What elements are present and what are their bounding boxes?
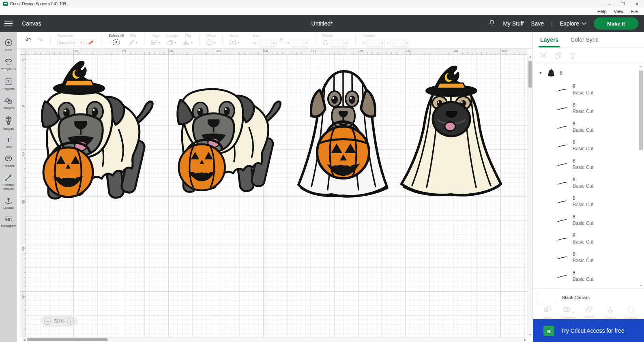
layer-row[interactable]: 8Basic Cut [533,173,644,192]
warp-group[interactable]: Warp ▾ [227,32,242,48]
layer-row[interactable]: 8Basic Cut [533,99,644,118]
layer-row[interactable]: 8Basic Cut [533,211,644,229]
duplicate-icon[interactable] [554,51,562,60]
sidebar-item-templates[interactable]: Templates [0,55,17,74]
align-group[interactable]: Align ▾ [148,32,163,48]
y-stepper[interactable]: ▴▾ [404,39,409,46]
y-input[interactable]: -▴▾ [391,39,409,47]
zoom-out-button[interactable]: − [44,318,51,325]
position-group: Position X -▴▾ Y -▴▾ [360,32,412,48]
cricut-access-icon: a [543,326,554,336]
artwork-ghost-pug-front-hat[interactable] [397,66,505,203]
height-input[interactable]: -▴▾ [290,39,309,47]
width-stepper[interactable]: ▴▾ [271,39,276,46]
layers-scroll-thumb[interactable] [639,71,643,150]
select-all-icon [112,39,120,46]
flip-group[interactable]: Flip ▾ [180,32,195,48]
sidebar-item-projects[interactable]: Projects [0,74,17,94]
layer-row[interactable]: 8Basic Cut [533,192,644,211]
make-it-button[interactable]: Make It [594,17,638,30]
canvas-horizontal-scrollbar[interactable]: ◀ ▶ [22,337,527,342]
y-label: Y [386,41,389,45]
rotate-stepper[interactable]: ▴▾ [343,39,348,46]
action-slice[interactable]: Slice [539,306,556,320]
my-stuff-link[interactable]: My Stuff [503,20,524,27]
material-color-swatch[interactable] [86,39,95,46]
action-contour[interactable]: Contour [622,306,640,320]
sidebar-item-editable-images[interactable]: EditableImages [0,171,17,194]
sidebar-item-new[interactable]: New [0,35,17,55]
maximize-button[interactable]: ❐ [616,0,630,7]
rotate-group: Rotate -▴▾ [320,32,351,48]
layers-scrollbar[interactable]: ▲ ▼ [639,65,643,287]
artwork-ghost-dog-side-hat[interactable] [39,60,154,201]
layer-row[interactable]: 8Basic Cut [533,267,644,285]
artwork-ghost-dog-side[interactable] [172,78,284,195]
chevron-down-icon[interactable]: ▼ [539,71,543,75]
layer-thumbnail-line [556,236,568,242]
menu-view[interactable]: View [611,9,627,14]
cricut-access-banner[interactable]: a Try Cricut Access for free [533,319,644,342]
pen-swatch-icon [88,40,93,45]
action-flatten[interactable]: Flatten [601,306,619,320]
group-select-icon[interactable] [539,51,547,60]
horizontal-scroll-thumb[interactable] [27,338,107,341]
edit-group[interactable]: Edit ▾ [126,32,140,48]
sidebar-item-upload[interactable]: Upload [0,194,17,213]
operation-select[interactable]: Basic Cut▾ [57,39,84,46]
arrange-icon [167,40,174,46]
hamburger-menu-icon[interactable] [0,15,17,32]
layer-texts: 8Basic Cut [573,177,593,189]
sidebar-item-text[interactable]: TText [0,134,17,152]
layer-actions-row: Slice▾CombineAttachFlattenContour [533,306,644,319]
x-input[interactable]: -▴▾ [366,39,385,47]
action-attach[interactable]: Attach [580,306,598,319]
blank-canvas-row[interactable]: Blank Canvas [533,289,644,306]
close-button[interactable]: ✕ [630,0,644,7]
tab-layers[interactable]: Layers [540,32,558,47]
undo-button[interactable]: ↶ [22,32,34,48]
layer-row[interactable]: 8Basic Cut [533,80,644,99]
sidebar-item-images[interactable]: Images [0,113,17,134]
layer-name: 8 [573,102,593,108]
layer-row[interactable]: 8Basic Cut [533,136,644,155]
size-lock-icon[interactable] [279,38,284,43]
layer-row[interactable]: 8Basic Cut [533,118,644,136]
layer-row[interactable]: 8Basic Cut [533,229,644,248]
height-stepper[interactable]: ▴▾ [304,39,309,46]
minimize-button[interactable]: – [603,0,616,7]
shapes-icon [4,97,13,105]
sidebar-item-phrases[interactable]: Phrases [0,152,17,171]
vertical-scroll-thumb[interactable] [528,61,532,88]
group-thumbnail-ghost [547,68,556,77]
arrange-group[interactable]: Arrange ▾ [163,32,180,48]
delete-trash-icon[interactable] [569,51,577,60]
canvas-vertical-scrollbar[interactable]: ▲ ▼ [527,54,532,337]
layer-group-row[interactable]: ▼ 8 [533,63,644,80]
sidebar-item-monogram[interactable]: MGMonogram [0,213,17,231]
sidebar-item-shapes[interactable]: Shapes [0,94,17,113]
zoom-in-button[interactable]: + [67,318,74,325]
design-grid[interactable]: − 50% + [26,54,527,337]
rotate-input[interactable]: -▴▾ [330,39,349,47]
width-input[interactable]: -▴▾ [258,39,277,47]
layer-row[interactable]: 8Basic Cut [533,248,644,267]
tab-color-sync[interactable]: Color Sync [571,32,598,47]
redo-button[interactable]: ↷ [34,32,46,48]
select-all-group[interactable]: Select All [106,32,126,48]
menu-file[interactable]: File [628,9,641,14]
save-link[interactable]: Save [531,20,544,27]
ruler-v-number: 30 [21,199,25,205]
explore-menu[interactable]: Explore [560,20,586,27]
ruler-h-number: 90 [454,49,458,53]
layer-type: Basic Cut [573,146,593,152]
x-stepper[interactable]: ▴▾ [380,39,384,46]
offset-group[interactable]: Offset ▾ [204,32,218,48]
app-header: Canvas Untitled* My Stuff Save | Explore… [0,15,644,32]
layer-row[interactable]: 8Basic Cut [533,155,644,173]
menu-help[interactable]: Help [595,9,610,14]
action-combine[interactable]: ▾Combine [560,306,577,320]
notifications-bell-icon[interactable] [488,19,496,28]
artwork-ghost-dog-front-pumpkin[interactable] [295,68,391,202]
layer-name: 8 [573,251,593,257]
